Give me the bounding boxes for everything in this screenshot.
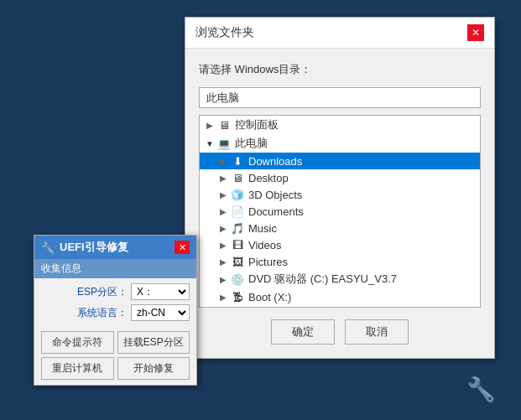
- browse-dialog-prompt: 请选择 Windows目录：: [199, 62, 481, 77]
- browse-tree[interactable]: ▶🖥控制面板▼💻此电脑▶⬇Downloads▶🖥Desktop▶🧊3D Obje…: [199, 115, 481, 308]
- uefi-fields: ESP分区： X： C： D： 系统语言： zh-CN en-US: [34, 278, 196, 326]
- tree-arrow-control-panel: ▶: [203, 121, 216, 130]
- tree-label-dvd: DVD 驱动器 (C:) EASYU_V3.7: [248, 272, 397, 287]
- tree-arrow-downloads: ▶: [216, 157, 230, 166]
- tree-arrow-music: ▶: [216, 224, 230, 233]
- browse-ok-button[interactable]: 确定: [271, 319, 335, 345]
- desktop-icon: 🖥: [230, 171, 245, 184]
- pictures-icon: 🖼: [230, 255, 245, 268]
- control-panel-icon: 🖥: [216, 118, 232, 132]
- documents-icon: 📄: [230, 205, 245, 218]
- lang-select[interactable]: zh-CN en-US: [131, 304, 190, 321]
- tree-arrow-pictures: ▶: [216, 257, 230, 267]
- start-repair-button[interactable]: 开始修复: [117, 357, 190, 380]
- tree-item-pictures[interactable]: ▶🖼Pictures: [200, 253, 480, 270]
- tree-item-3d-objects[interactable]: ▶🧊3D Objects: [200, 186, 480, 203]
- uefi-action-buttons: 命令提示符 挂载ESP分区 重启计算机 开始修复: [34, 326, 196, 385]
- tree-arrow-this-pc: ▼: [203, 139, 216, 148]
- lang-field-row: 系统语言： zh-CN en-US: [41, 304, 190, 321]
- uefi-titlebar: 🔧 UEFI引导修复 ✕: [34, 236, 196, 259]
- esp-field-row: ESP分区： X： C： D：: [41, 283, 190, 300]
- browse-dialog-title: 浏览文件夹: [195, 25, 254, 40]
- reboot-button[interactable]: 重启计算机: [41, 357, 114, 380]
- browse-dialog-titlebar: 浏览文件夹 ✕: [185, 18, 494, 49]
- browse-dialog-content: 请选择 Windows目录： ▶🖥控制面板▼💻此电脑▶⬇Downloads▶🖥D…: [185, 49, 494, 358]
- tree-item-control-panel[interactable]: ▶🖥控制面板: [200, 116, 480, 134]
- uefi-dialog: 🔧 UEFI引导修复 ✕ 收集信息 ESP分区： X： C： D： 系统语言： …: [34, 235, 197, 386]
- cmd-button[interactable]: 命令提示符: [41, 331, 114, 354]
- tree-arrow-3d-objects: ▶: [216, 190, 230, 200]
- videos-icon: 🎞: [230, 238, 245, 251]
- boot-icon: 🗜: [230, 290, 245, 303]
- music-icon: 🎵: [230, 221, 245, 235]
- 3d-icon: 🧊: [230, 188, 245, 201]
- tree-label-documents: Documents: [248, 205, 304, 218]
- tree-arrow-boot: ▶: [216, 293, 230, 302]
- tree-item-downloads[interactable]: ▶⬇Downloads: [200, 153, 480, 169]
- tree-label-3d-objects: 3D Objects: [248, 189, 302, 201]
- browse-path-input[interactable]: [199, 87, 481, 108]
- mount-esp-button[interactable]: 挂载ESP分区: [117, 331, 190, 354]
- tree-label-this-pc: 此电脑: [235, 136, 268, 151]
- tree-item-documents[interactable]: ▶📄Documents: [200, 203, 480, 220]
- tree-label-music: Music: [248, 222, 277, 235]
- tree-item-videos[interactable]: ▶🎞Videos: [200, 236, 480, 253]
- uefi-section-header: 收集信息: [34, 259, 196, 278]
- tree-arrow-desktop: ▶: [216, 174, 230, 183]
- browse-button-row: 确定 取消: [199, 319, 481, 345]
- tree-label-desktop: Desktop: [248, 172, 289, 184]
- tree-label-boot: Boot (X:): [248, 291, 291, 303]
- dvd-icon: 💿: [230, 272, 245, 286]
- tree-item-this-pc[interactable]: ▼💻此电脑: [200, 134, 480, 153]
- tree-label-downloads: Downloads: [248, 155, 302, 168]
- tree-label-videos: Videos: [248, 239, 282, 251]
- browse-folder-dialog: 浏览文件夹 ✕ 请选择 Windows目录： ▶🖥控制面板▼💻此电脑▶⬇Down…: [185, 17, 495, 359]
- esp-select[interactable]: X： C： D：: [131, 283, 190, 300]
- browse-cancel-button[interactable]: 取消: [345, 319, 409, 345]
- uefi-close-button[interactable]: ✕: [175, 241, 190, 254]
- browse-dialog-close[interactable]: ✕: [467, 24, 484, 41]
- tree-item-desktop[interactable]: ▶🖥Desktop: [200, 169, 480, 186]
- tree-label-control-panel: 控制面板: [235, 117, 279, 132]
- computer-icon: 💻: [216, 137, 232, 150]
- bottom-decoration-icon: 🔧: [466, 376, 496, 403]
- tree-label-pictures: Pictures: [248, 256, 288, 268]
- lang-label: 系统语言：: [77, 306, 128, 320]
- tree-item-music[interactable]: ▶🎵Music: [200, 220, 480, 236]
- tree-arrow-dvd: ▶: [216, 275, 230, 284]
- tree-item-boot[interactable]: ▶🗜Boot (X:): [200, 288, 480, 305]
- tree-arrow-documents: ▶: [216, 207, 230, 216]
- downloads-icon: ⬇: [230, 154, 245, 168]
- tree-item-dvd[interactable]: ▶💿DVD 驱动器 (C:) EASYU_V3.7: [200, 270, 480, 288]
- esp-label: ESP分区：: [77, 285, 128, 299]
- uefi-title: UEFI引导修复: [60, 240, 175, 255]
- uefi-title-icon: 🔧: [41, 241, 55, 254]
- tree-arrow-videos: ▶: [216, 241, 230, 250]
